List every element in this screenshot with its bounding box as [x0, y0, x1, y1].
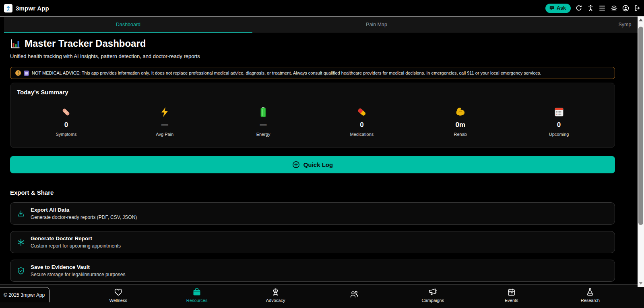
tab-pain-map[interactable]: Pain Map — [252, 17, 501, 33]
lightning-icon — [160, 106, 169, 117]
export-all-data-card[interactable]: Export All Data Generate doctor-ready re… — [10, 202, 615, 225]
stat-energy: — Energy — [214, 106, 313, 137]
medical-disclaimer-banner: ! NOT MEDICAL ADVICE: This app provides … — [10, 67, 615, 79]
scrollbar-up-arrow[interactable] — [639, 19, 643, 21]
ask-button-label: Ask — [557, 5, 566, 11]
nav-item-events[interactable]: Events — [493, 285, 530, 308]
todays-summary-card: Today's Summary — [10, 83, 615, 148]
stat-upcoming: 0 Upcoming — [510, 106, 608, 137]
users-icon — [349, 290, 359, 298]
disclaimer-text: NOT MEDICAL ADVICE: This app provides in… — [32, 71, 541, 75]
nav-label-research: Research — [581, 298, 600, 303]
stat-upcoming-value: 0 — [557, 121, 561, 129]
stat-energy-value: — — [260, 121, 267, 129]
export-all-data-subtitle: Generate doctor-ready reports (PDF, CSV,… — [31, 214, 137, 220]
save-evidence-vault-card[interactable]: Save to Evidence Vault Secure storage fo… — [10, 260, 615, 282]
stat-upcoming-label: Upcoming — [549, 132, 569, 137]
generate-doctor-report-subtitle: Custom report for upcoming appointments — [31, 243, 121, 249]
settings-gear-icon[interactable] — [610, 4, 617, 12]
page-subtitle: Unified health tracking with AI insights… — [10, 53, 200, 59]
quick-log-label: Quick Log — [303, 161, 333, 168]
stat-rehab: 0m Rehab — [411, 106, 510, 137]
circle-plus-icon — [292, 161, 300, 169]
stat-rehab-label: Rehab — [454, 132, 467, 137]
stat-medications-value: 0 — [360, 121, 363, 129]
nav-item-advocacy[interactable]: Advocacy — [258, 285, 294, 308]
vertical-scrollbar[interactable] — [638, 16, 644, 287]
stat-symptoms-value: 0 — [64, 121, 68, 129]
bandage-icon — [61, 106, 71, 117]
award-icon — [271, 288, 280, 296]
chat-bubble-icon — [549, 6, 555, 11]
accessibility-icon[interactable] — [587, 4, 594, 12]
quick-log-button[interactable]: Quick Log — [10, 156, 615, 173]
flask-icon — [586, 288, 594, 296]
download-icon — [17, 210, 25, 218]
topbar-actions: Ask — [545, 4, 641, 13]
stat-avg-pain-value: — — [161, 121, 168, 129]
summary-heading: Today's Summary — [17, 89, 608, 96]
biceps-icon — [455, 106, 466, 117]
generate-doctor-report-title: Generate Doctor Report — [31, 235, 121, 241]
nav-label-events: Events — [505, 298, 518, 303]
stat-rehab-value: 0m — [455, 121, 465, 129]
megaphone-icon — [428, 288, 437, 296]
nav-label-resources: Resources — [186, 298, 208, 303]
heart-icon — [114, 288, 123, 296]
briefcase-icon — [192, 288, 201, 296]
stat-avg-pain-label: Avg Pain — [156, 132, 173, 137]
top-bar: 3mpwr App Ask — [0, 0, 644, 17]
nav-item-research[interactable]: Research — [572, 285, 608, 308]
stat-symptoms-label: Symptoms — [56, 132, 76, 137]
calendar-icon — [507, 288, 516, 296]
stat-avg-pain: — Avg Pain — [116, 106, 214, 137]
stat-energy-label: Energy — [256, 132, 270, 137]
refresh-icon[interactable] — [575, 4, 582, 12]
tab-bar: Dashboard Pain Map Symp — [4, 17, 638, 33]
export-share-heading: Export & Share — [10, 189, 54, 196]
tab-symptoms[interactable]: Symp — [501, 17, 638, 33]
warning-exclamation-icon: ! — [15, 70, 21, 76]
tab-pain-map-label: Pain Map — [366, 22, 387, 27]
copyright-text: © 2025 3mpwr App — [4, 292, 45, 298]
summary-stats-row: 0 Symptoms — Avg Pain — [17, 106, 608, 137]
asterisk-icon — [17, 238, 25, 246]
app-logo-icon — [4, 4, 12, 12]
logout-icon[interactable] — [634, 4, 641, 12]
menu-icon[interactable] — [599, 4, 606, 12]
nav-label-campaigns: Campaigns — [422, 298, 444, 303]
tab-symptoms-label: Symp — [619, 22, 632, 27]
generate-doctor-report-card[interactable]: Generate Doctor Report Custom report for… — [10, 231, 615, 253]
app-title: 3mpwr App — [16, 5, 49, 12]
battery-icon — [260, 106, 266, 117]
nav-label-wellness: Wellness — [109, 298, 127, 303]
nav-item-community[interactable] — [336, 285, 372, 308]
copyright-box: © 2025 3mpwr App — [0, 287, 50, 302]
bottom-nav: Wellness Resources — [0, 285, 644, 308]
stat-medications-label: Medications — [350, 132, 374, 137]
bar-chart-icon — [10, 38, 21, 49]
nav-item-wellness[interactable]: Wellness — [100, 285, 136, 308]
nav-item-campaigns[interactable]: Campaigns — [415, 285, 451, 308]
stat-medications: 0 Medications — [312, 106, 411, 137]
stat-symptoms: 0 Symptoms — [17, 106, 116, 137]
scrollbar-thumb[interactable] — [638, 27, 643, 225]
tab-dashboard-label: Dashboard — [116, 22, 140, 27]
pill-icon — [357, 106, 367, 117]
ask-button[interactable]: Ask — [545, 4, 571, 13]
account-icon[interactable] — [622, 4, 629, 12]
tab-dashboard[interactable]: Dashboard — [4, 17, 252, 33]
nav-label-advocacy: Advocacy — [266, 298, 285, 303]
export-all-data-title: Export All Data — [31, 207, 137, 213]
shield-check-icon — [17, 267, 25, 275]
app-window: 3mpwr App Ask — [0, 0, 644, 308]
page-title: Master Tracker Dashboard — [25, 38, 146, 49]
purple-badge-icon — [24, 71, 29, 76]
scrollbar-down-arrow[interactable] — [639, 282, 643, 285]
save-evidence-vault-subtitle: Secure storage for legal/insurance purpo… — [31, 272, 125, 277]
calendar-icon — [554, 106, 564, 117]
save-evidence-vault-title: Save to Evidence Vault — [31, 264, 125, 270]
nav-item-resources[interactable]: Resources — [179, 285, 215, 308]
